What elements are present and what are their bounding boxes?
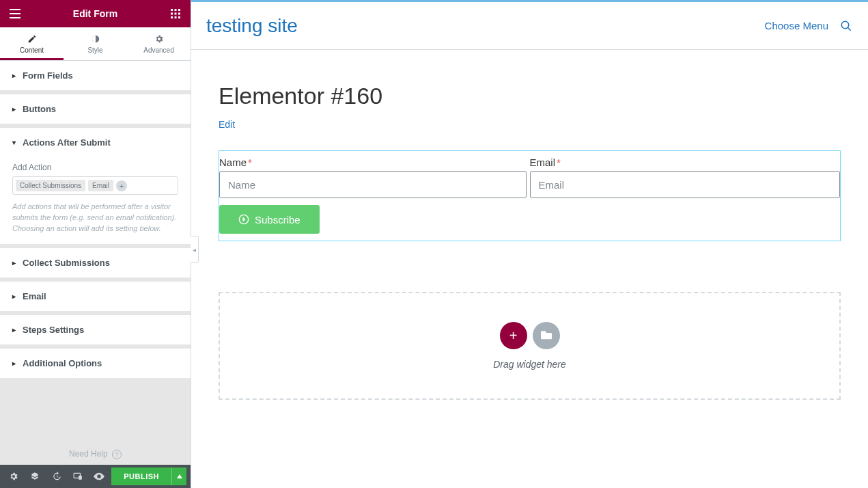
question-icon: ? <box>112 450 122 459</box>
action-tag-input[interactable]: Collect Submissions Email + <box>12 176 178 195</box>
panel-header: Edit Form <box>0 0 191 27</box>
svg-rect-9 <box>171 16 173 18</box>
tab-content-label: Content <box>20 46 44 54</box>
tab-style-label: Style <box>87 46 102 54</box>
section-buttons[interactable]: ▸ Buttons <box>0 94 191 124</box>
section-steps-settings-label: Steps Settings <box>23 325 84 335</box>
site-menu: Choose Menu <box>765 19 853 33</box>
caret-right-icon: ▸ <box>12 360 16 367</box>
tab-style[interactable]: Style <box>64 27 127 60</box>
tab-advanced[interactable]: Advanced <box>127 27 191 60</box>
arrow-right-circle-icon <box>238 214 249 225</box>
name-label: Name* <box>219 157 527 168</box>
bottom-bar: PUBLISH <box>0 465 191 488</box>
svg-rect-14 <box>79 476 82 480</box>
svg-rect-11 <box>178 16 180 18</box>
add-section-button[interactable]: + <box>500 322 527 349</box>
search-icon[interactable] <box>839 19 853 33</box>
publish-dropdown[interactable] <box>171 467 186 485</box>
svg-point-15 <box>841 21 849 29</box>
add-action-icon[interactable]: + <box>116 180 127 191</box>
panel-tabs: Content Style Advanced <box>0 27 191 61</box>
navigator-icon[interactable] <box>25 467 44 485</box>
edit-link[interactable]: Edit <box>219 119 235 130</box>
svg-rect-3 <box>171 9 173 11</box>
svg-rect-5 <box>178 9 180 11</box>
section-form-fields-label: Form Fields <box>23 70 73 81</box>
action-tag[interactable]: Collect Submissions <box>16 180 85 191</box>
svg-rect-7 <box>175 13 177 15</box>
preview-area: testing site Choose Menu Elementor #160 … <box>191 0 868 488</box>
section-additional-options[interactable]: ▸ Additional Options <box>0 349 191 378</box>
section-buttons-label: Buttons <box>23 104 56 114</box>
section-email[interactable]: ▸ Email <box>0 282 191 311</box>
svg-line-16 <box>848 27 851 31</box>
form-widget[interactable]: Name* Email* Subscribe <box>219 150 841 241</box>
svg-rect-6 <box>171 13 173 15</box>
drop-zone[interactable]: + Drag widget here <box>219 292 841 400</box>
section-email-label: Email <box>23 291 46 301</box>
svg-rect-1 <box>10 13 20 14</box>
caret-right-icon: ▸ <box>12 259 16 267</box>
caret-right-icon: ▸ <box>12 105 16 113</box>
collapse-panel-icon[interactable]: ◂ <box>191 236 199 263</box>
menu-icon[interactable] <box>8 7 22 21</box>
required-icon: * <box>557 157 561 168</box>
action-tag[interactable]: Email <box>88 180 113 191</box>
drop-zone-text: Drag widget here <box>493 359 566 370</box>
subscribe-label: Subscribe <box>255 214 300 226</box>
caret-down-icon: ▾ <box>12 139 16 146</box>
history-icon[interactable] <box>47 467 66 485</box>
section-actions-after-submit-label: Actions After Submit <box>23 137 111 148</box>
publish-button[interactable]: PUBLISH <box>111 467 171 485</box>
help-text: Add actions that will be performed after… <box>12 202 178 234</box>
preview-icon[interactable] <box>90 467 109 485</box>
svg-rect-10 <box>175 16 177 18</box>
choose-menu-link[interactable]: Choose Menu <box>765 20 828 31</box>
section-steps-settings[interactable]: ▸ Steps Settings <box>0 315 191 344</box>
subscribe-button[interactable]: Subscribe <box>219 205 320 234</box>
svg-rect-2 <box>10 17 20 18</box>
caret-right-icon: ▸ <box>12 326 16 334</box>
editor-panel: Edit Form Content Style Advanced <box>0 0 191 488</box>
site-header: testing site Choose Menu <box>191 2 868 50</box>
apps-icon[interactable] <box>169 7 182 21</box>
name-label-text: Name <box>219 157 247 168</box>
name-input[interactable] <box>219 171 527 198</box>
responsive-icon[interactable] <box>68 467 87 485</box>
panel-body: ▸ Form Fields ▸ Buttons ▾ Actions After … <box>0 61 191 442</box>
section-form-fields[interactable]: ▸ Form Fields <box>0 61 191 90</box>
svg-rect-8 <box>178 13 180 15</box>
section-collect-submissions[interactable]: ▸ Collect Submissions <box>0 248 191 277</box>
svg-rect-4 <box>175 9 177 11</box>
page-content: Elementor #160 Edit Name* Email* Subscri… <box>191 50 868 433</box>
email-input[interactable] <box>530 171 841 198</box>
section-additional-options-label: Additional Options <box>23 358 102 368</box>
tab-content[interactable]: Content <box>0 27 64 60</box>
required-icon: * <box>248 157 252 168</box>
section-actions-after-submit[interactable]: ▾ Actions After Submit <box>0 128 191 157</box>
need-help[interactable]: Need Help ? <box>0 442 191 465</box>
actions-after-submit-content: Add Action Collect Submissions Email + A… <box>0 163 191 244</box>
template-library-button[interactable] <box>533 322 560 349</box>
settings-icon[interactable] <box>4 467 23 485</box>
caret-right-icon: ▸ <box>12 72 16 79</box>
page-title: Elementor #160 <box>219 83 841 109</box>
need-help-label: Need Help <box>69 449 108 459</box>
section-collect-submissions-label: Collect Submissions <box>23 258 110 268</box>
caret-right-icon: ▸ <box>12 293 16 300</box>
panel-title: Edit Form <box>22 8 169 19</box>
tab-advanced-label: Advanced <box>143 46 173 54</box>
email-label: Email* <box>530 157 841 168</box>
svg-rect-0 <box>10 9 20 10</box>
add-action-label: Add Action <box>12 163 178 172</box>
email-label-text: Email <box>530 157 556 168</box>
site-title[interactable]: testing site <box>206 15 298 37</box>
